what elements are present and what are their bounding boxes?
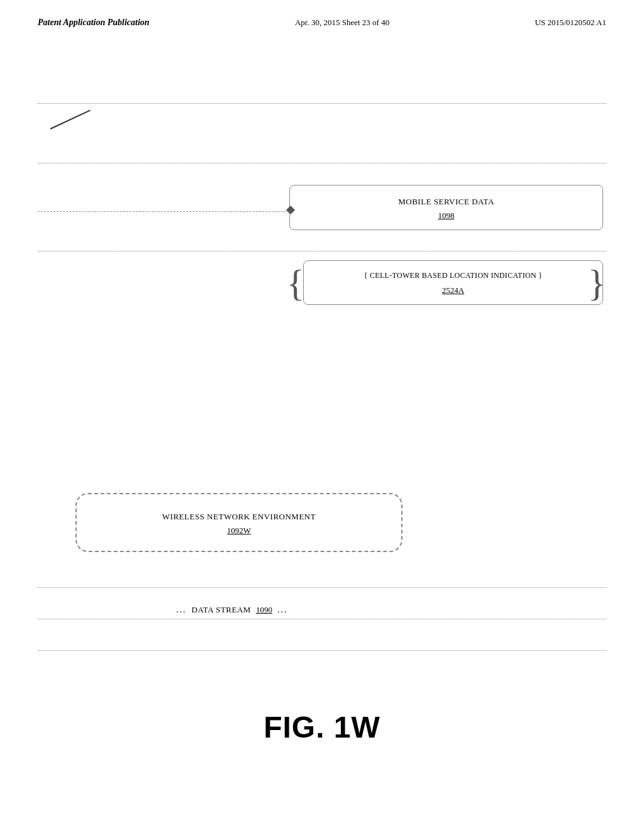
connector-line — [38, 211, 292, 212]
data-stream-row: ... DATA STREAM 1090 ... — [38, 605, 606, 615]
cell-tower-id: 2524A — [316, 285, 590, 296]
data-stream-suffix: ... — [277, 605, 288, 615]
left-brace-icon: { — [289, 260, 302, 305]
header-center: Apr. 30, 2015 Sheet 23 of 40 — [295, 18, 389, 28]
mobile-service-data-box: MOBILE SERVICE DATA 1098 — [289, 185, 603, 230]
page-header: Patent Application Publication Apr. 30, … — [0, 0, 644, 28]
data-stream-label: DATA STREAM — [192, 605, 251, 615]
cell-tower-text: { CELL-TOWER BASED LOCATION INDICATION } — [316, 271, 590, 280]
outer-third-line — [38, 251, 606, 252]
outer-second-line — [38, 163, 606, 163]
bottom-line-2 — [38, 619, 606, 619]
wireless-network-title: WIRELESS NETWORK ENVIRONMENT — [89, 512, 389, 522]
bottom-line-1 — [38, 587, 606, 588]
data-stream-id: 1090 — [256, 605, 272, 615]
cell-tower-container: { { CELL-TOWER BASED LOCATION INDICATION… — [289, 260, 603, 305]
header-right: US 2015/0120502 A1 — [535, 18, 606, 28]
wireless-network-box: WIRELESS NETWORK ENVIRONMENT 1092W — [75, 493, 402, 552]
mobile-service-title: MOBILE SERVICE DATA — [303, 197, 590, 207]
data-stream-prefix: ... — [176, 605, 187, 615]
cell-tower-box: { CELL-TOWER BASED LOCATION INDICATION }… — [303, 260, 603, 305]
wireless-network-id: 1092W — [89, 526, 389, 536]
mobile-service-id: 1098 — [303, 211, 590, 221]
right-brace-icon: } — [591, 260, 603, 305]
arrow-line — [50, 110, 91, 130]
figure-label: FIG. 1W — [0, 710, 644, 744]
outer-top-line — [38, 103, 606, 104]
diagram-area: MOBILE SERVICE DATA 1098 { { CELL-TOWER … — [0, 40, 644, 795]
header-left: Patent Application Publication — [38, 18, 150, 28]
bottom-line-3 — [38, 650, 606, 651]
